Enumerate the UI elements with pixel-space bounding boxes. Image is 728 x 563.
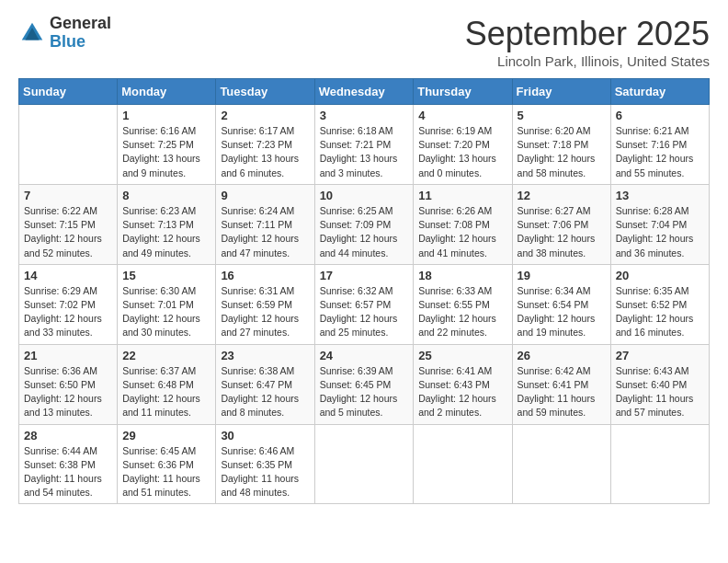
calendar-cell: 4Sunrise: 6:19 AMSunset: 7:20 PMDaylight… [414, 105, 512, 185]
calendar-cell: 17Sunrise: 6:32 AMSunset: 6:57 PMDayligh… [314, 264, 414, 344]
day-number: 22 [122, 349, 210, 362]
calendar-cell: 6Sunrise: 6:21 AMSunset: 7:16 PMDaylight… [610, 105, 709, 185]
calendar-header-row: SundayMondayTuesdayWednesdayThursdayFrid… [19, 79, 710, 105]
logo-blue-text: Blue [50, 33, 111, 52]
logo-text: General Blue [50, 15, 111, 52]
calendar-cell: 16Sunrise: 6:31 AMSunset: 6:59 PMDayligh… [216, 264, 314, 344]
day-number: 27 [616, 349, 704, 362]
day-info: Sunrise: 6:29 AMSunset: 7:02 PMDaylight:… [24, 284, 112, 340]
calendar-cell: 30Sunrise: 6:46 AMSunset: 6:35 PMDayligh… [216, 424, 314, 504]
day-number: 16 [221, 269, 309, 282]
day-info: Sunrise: 6:17 AMSunset: 7:23 PMDaylight:… [221, 124, 309, 180]
calendar-cell [19, 105, 118, 185]
day-number: 18 [418, 269, 506, 282]
calendar-week-row: 7Sunrise: 6:22 AMSunset: 7:15 PMDaylight… [19, 184, 710, 264]
day-info: Sunrise: 6:27 AMSunset: 7:06 PMDaylight:… [518, 204, 606, 260]
day-info: Sunrise: 6:25 AMSunset: 7:09 PMDaylight:… [320, 204, 409, 260]
day-of-week-header: Tuesday [216, 79, 314, 105]
day-info: Sunrise: 6:37 AMSunset: 6:48 PMDaylight:… [122, 364, 210, 420]
logo-icon [18, 19, 46, 47]
calendar-cell: 29Sunrise: 6:45 AMSunset: 6:36 PMDayligh… [118, 424, 216, 504]
calendar-cell: 10Sunrise: 6:25 AMSunset: 7:09 PMDayligh… [314, 184, 414, 264]
day-number: 23 [221, 349, 309, 362]
day-info: Sunrise: 6:30 AMSunset: 7:01 PMDaylight:… [122, 284, 210, 340]
calendar-cell: 7Sunrise: 6:22 AMSunset: 7:15 PMDaylight… [19, 184, 118, 264]
day-info: Sunrise: 6:24 AMSunset: 7:11 PMDaylight:… [221, 204, 309, 260]
calendar-week-row: 21Sunrise: 6:36 AMSunset: 6:50 PMDayligh… [19, 344, 710, 424]
day-number: 21 [24, 349, 112, 362]
calendar-week-row: 14Sunrise: 6:29 AMSunset: 7:02 PMDayligh… [19, 264, 710, 344]
day-number: 13 [616, 189, 704, 202]
day-info: Sunrise: 6:32 AMSunset: 6:57 PMDaylight:… [320, 284, 409, 340]
logo: General Blue [18, 15, 111, 52]
day-of-week-header: Friday [512, 79, 610, 105]
calendar-cell: 24Sunrise: 6:39 AMSunset: 6:45 PMDayligh… [314, 344, 414, 424]
day-number: 12 [518, 189, 606, 202]
calendar-cell: 20Sunrise: 6:35 AMSunset: 6:52 PMDayligh… [610, 264, 709, 344]
day-info: Sunrise: 6:16 AMSunset: 7:25 PMDaylight:… [122, 124, 210, 180]
day-number: 9 [221, 189, 309, 202]
day-number: 15 [122, 269, 210, 282]
day-info: Sunrise: 6:31 AMSunset: 6:59 PMDaylight:… [221, 284, 309, 340]
day-number: 28 [24, 429, 112, 442]
day-info: Sunrise: 6:22 AMSunset: 7:15 PMDaylight:… [24, 204, 112, 260]
day-info: Sunrise: 6:21 AMSunset: 7:16 PMDaylight:… [616, 124, 704, 180]
calendar-cell [512, 424, 610, 504]
day-of-week-header: Wednesday [314, 79, 414, 105]
day-info: Sunrise: 6:43 AMSunset: 6:40 PMDaylight:… [616, 364, 704, 420]
day-number: 11 [418, 189, 506, 202]
day-info: Sunrise: 6:39 AMSunset: 6:45 PMDaylight:… [320, 364, 409, 420]
calendar-week-row: 28Sunrise: 6:44 AMSunset: 6:38 PMDayligh… [19, 424, 710, 504]
calendar-cell: 1Sunrise: 6:16 AMSunset: 7:25 PMDaylight… [118, 105, 216, 185]
day-info: Sunrise: 6:23 AMSunset: 7:13 PMDaylight:… [122, 204, 210, 260]
day-info: Sunrise: 6:35 AMSunset: 6:52 PMDaylight:… [616, 284, 704, 340]
day-number: 29 [122, 429, 210, 442]
calendar-cell: 14Sunrise: 6:29 AMSunset: 7:02 PMDayligh… [19, 264, 118, 344]
day-number: 10 [320, 189, 409, 202]
day-number: 6 [616, 109, 704, 122]
day-of-week-header: Monday [118, 79, 216, 105]
calendar-cell: 26Sunrise: 6:42 AMSunset: 6:41 PMDayligh… [512, 344, 610, 424]
day-of-week-header: Saturday [610, 79, 709, 105]
day-number: 20 [616, 269, 704, 282]
day-info: Sunrise: 6:38 AMSunset: 6:47 PMDaylight:… [221, 364, 309, 420]
day-info: Sunrise: 6:19 AMSunset: 7:20 PMDaylight:… [418, 124, 506, 180]
calendar-cell: 13Sunrise: 6:28 AMSunset: 7:04 PMDayligh… [610, 184, 709, 264]
day-number: 14 [24, 269, 112, 282]
day-info: Sunrise: 6:26 AMSunset: 7:08 PMDaylight:… [418, 204, 506, 260]
calendar-week-row: 1Sunrise: 6:16 AMSunset: 7:25 PMDaylight… [19, 105, 710, 185]
calendar-cell: 28Sunrise: 6:44 AMSunset: 6:38 PMDayligh… [19, 424, 118, 504]
calendar-cell: 27Sunrise: 6:43 AMSunset: 6:40 PMDayligh… [610, 344, 709, 424]
day-number: 2 [221, 109, 309, 122]
location-text: Lincoln Park, Illinois, United States [465, 53, 710, 69]
day-number: 25 [418, 349, 506, 362]
calendar-cell: 19Sunrise: 6:34 AMSunset: 6:54 PMDayligh… [512, 264, 610, 344]
logo-general-text: General [50, 15, 111, 33]
page-header: General Blue September 2025 Lincoln Park… [18, 15, 710, 69]
day-number: 26 [518, 349, 606, 362]
day-info: Sunrise: 6:44 AMSunset: 6:38 PMDaylight:… [24, 444, 112, 500]
day-number: 7 [24, 189, 112, 202]
day-of-week-header: Thursday [414, 79, 512, 105]
day-info: Sunrise: 6:28 AMSunset: 7:04 PMDaylight:… [616, 204, 704, 260]
day-info: Sunrise: 6:45 AMSunset: 6:36 PMDaylight:… [122, 444, 210, 500]
calendar-cell: 8Sunrise: 6:23 AMSunset: 7:13 PMDaylight… [118, 184, 216, 264]
title-block: September 2025 Lincoln Park, Illinois, U… [465, 15, 710, 69]
calendar-cell: 23Sunrise: 6:38 AMSunset: 6:47 PMDayligh… [216, 344, 314, 424]
day-info: Sunrise: 6:36 AMSunset: 6:50 PMDaylight:… [24, 364, 112, 420]
calendar-cell: 18Sunrise: 6:33 AMSunset: 6:55 PMDayligh… [414, 264, 512, 344]
calendar-cell: 5Sunrise: 6:20 AMSunset: 7:18 PMDaylight… [512, 105, 610, 185]
calendar-cell: 21Sunrise: 6:36 AMSunset: 6:50 PMDayligh… [19, 344, 118, 424]
month-title: September 2025 [465, 15, 710, 53]
calendar-table: SundayMondayTuesdayWednesdayThursdayFrid… [18, 78, 710, 504]
calendar-cell [414, 424, 512, 504]
calendar-cell: 12Sunrise: 6:27 AMSunset: 7:06 PMDayligh… [512, 184, 610, 264]
calendar-cell: 3Sunrise: 6:18 AMSunset: 7:21 PMDaylight… [314, 105, 414, 185]
calendar-cell: 25Sunrise: 6:41 AMSunset: 6:43 PMDayligh… [414, 344, 512, 424]
calendar-cell: 15Sunrise: 6:30 AMSunset: 7:01 PMDayligh… [118, 264, 216, 344]
day-number: 30 [221, 429, 309, 442]
calendar-cell: 2Sunrise: 6:17 AMSunset: 7:23 PMDaylight… [216, 105, 314, 185]
day-of-week-header: Sunday [19, 79, 118, 105]
day-info: Sunrise: 6:33 AMSunset: 6:55 PMDaylight:… [418, 284, 506, 340]
day-info: Sunrise: 6:18 AMSunset: 7:21 PMDaylight:… [320, 124, 409, 180]
